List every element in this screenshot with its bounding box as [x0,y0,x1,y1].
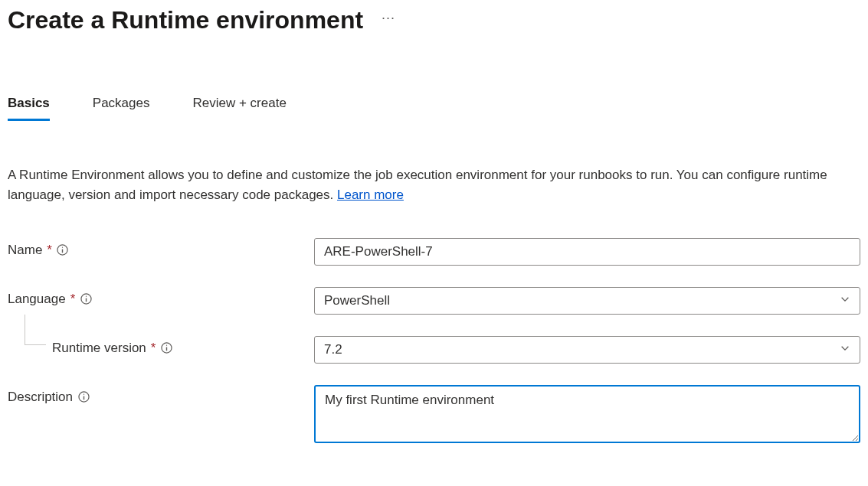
required-indicator: * [47,243,52,258]
description-label-text: Description [8,390,73,405]
name-label-text: Name [8,243,42,258]
name-label: Name * [8,238,314,258]
runtime-version-label-text: Runtime version [52,341,146,356]
description-input[interactable] [314,385,860,443]
svg-point-2 [62,247,63,248]
tab-packages[interactable]: Packages [93,96,150,121]
language-value: PowerShell [324,293,390,308]
chevron-down-icon [840,342,850,357]
description-label: Description [8,385,314,405]
info-icon[interactable] [160,342,172,354]
tab-basics[interactable]: Basics [8,96,50,121]
page-title: Create a Runtime environment [8,6,363,34]
language-label-text: Language [8,292,66,307]
tabs: Basics Packages Review + create [8,96,860,121]
required-indicator: * [151,341,156,356]
tab-review-create[interactable]: Review + create [193,96,287,121]
chevron-down-icon [840,293,850,308]
language-label: Language * [8,287,314,307]
form: Name * Language * PowerShell [8,238,860,446]
runtime-version-select[interactable]: 7.2 [314,336,860,364]
intro-text-content: A Runtime Environment allows you to defi… [8,168,827,202]
info-icon[interactable] [57,244,69,256]
runtime-version-value: 7.2 [324,342,342,357]
runtime-version-label: Runtime version * [8,336,314,356]
name-input[interactable] [314,238,860,266]
language-select[interactable]: PowerShell [314,287,860,315]
info-icon[interactable] [80,293,92,305]
info-icon[interactable] [77,391,90,403]
svg-point-8 [166,345,167,346]
svg-point-11 [83,394,84,395]
svg-point-5 [86,296,87,297]
learn-more-link[interactable]: Learn more [337,188,404,202]
more-actions-button[interactable]: ··· [382,10,395,31]
intro-text: A Runtime Environment allows you to defi… [8,165,850,206]
tree-connector [25,315,46,345]
required-indicator: * [70,292,76,307]
